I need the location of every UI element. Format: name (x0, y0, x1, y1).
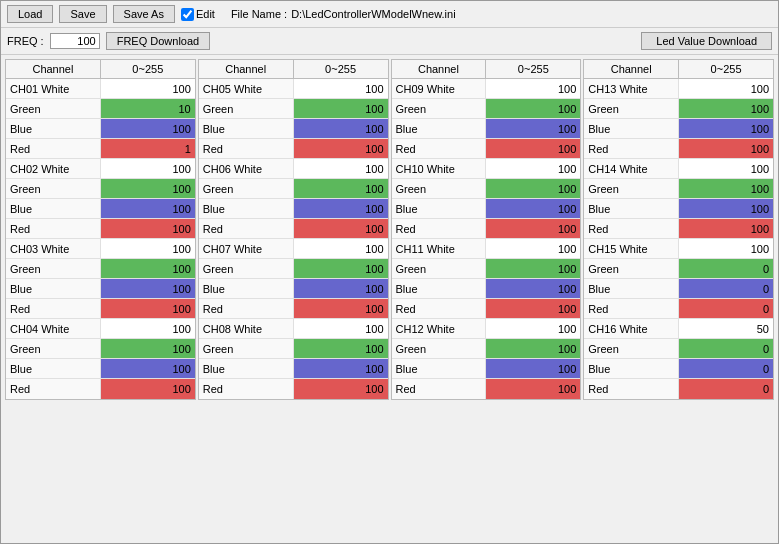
row-value[interactable]: 100 (486, 239, 580, 258)
row-value[interactable]: 100 (486, 379, 580, 399)
row-value[interactable]: 0 (679, 299, 773, 318)
row-value[interactable]: 100 (486, 159, 580, 178)
row-value[interactable]: 100 (486, 319, 580, 338)
row-value[interactable]: 100 (486, 199, 580, 218)
row-value[interactable]: 0 (679, 279, 773, 298)
row-value[interactable]: 100 (101, 279, 195, 298)
table-row: Green100 (6, 339, 195, 359)
edit-checkbox[interactable] (181, 8, 194, 21)
row-value[interactable]: 0 (679, 339, 773, 358)
edit-checkbox-label[interactable]: Edit (181, 8, 215, 21)
row-value[interactable]: 100 (294, 319, 388, 338)
row-value[interactable]: 100 (101, 379, 195, 399)
row-value[interactable]: 100 (294, 239, 388, 258)
row-value[interactable]: 0 (679, 379, 773, 399)
row-value[interactable]: 100 (294, 79, 388, 98)
table-row: Green100 (6, 259, 195, 279)
table-row: Green100 (392, 259, 581, 279)
row-label: Red (392, 219, 487, 238)
row-label: Green (6, 259, 101, 278)
row-value[interactable]: 100 (101, 199, 195, 218)
row-value[interactable]: 100 (486, 259, 580, 278)
row-value[interactable]: 0 (679, 259, 773, 278)
row-value[interactable]: 100 (679, 179, 773, 198)
row-value[interactable]: 100 (101, 119, 195, 138)
row-value[interactable]: 100 (294, 359, 388, 378)
row-label: Blue (392, 279, 487, 298)
row-value[interactable]: 100 (101, 339, 195, 358)
row-value[interactable]: 100 (486, 179, 580, 198)
row-value[interactable]: 100 (294, 379, 388, 399)
row-value[interactable]: 100 (101, 159, 195, 178)
table-row: Blue100 (199, 359, 388, 379)
row-value[interactable]: 100 (486, 359, 580, 378)
freq-input[interactable] (50, 33, 100, 49)
save-as-button[interactable]: Save As (113, 5, 175, 23)
row-value[interactable]: 50 (679, 319, 773, 338)
table-row: Red100 (6, 379, 195, 399)
row-label: Blue (6, 279, 101, 298)
row-label: Green (584, 259, 679, 278)
row-value[interactable]: 100 (679, 239, 773, 258)
table-row: CH08 White100 (199, 319, 388, 339)
row-value[interactable]: 100 (101, 259, 195, 278)
row-value[interactable]: 0 (679, 359, 773, 378)
save-button[interactable]: Save (59, 5, 106, 23)
row-value[interactable]: 100 (486, 119, 580, 138)
row-value[interactable]: 100 (294, 99, 388, 118)
row-value[interactable]: 100 (294, 139, 388, 158)
row-value[interactable]: 100 (486, 99, 580, 118)
table-row: Green0 (584, 339, 773, 359)
row-value[interactable]: 100 (294, 279, 388, 298)
row-value[interactable]: 100 (486, 339, 580, 358)
row-value[interactable]: 100 (294, 299, 388, 318)
table-row: Red100 (6, 219, 195, 239)
row-value[interactable]: 100 (294, 119, 388, 138)
row-value[interactable]: 100 (101, 319, 195, 338)
row-value[interactable]: 100 (294, 179, 388, 198)
row-value[interactable]: 100 (101, 219, 195, 238)
table-row: CH12 White100 (392, 319, 581, 339)
freq-download-button[interactable]: FREQ Download (106, 32, 211, 50)
file-name-label: File Name : (231, 8, 287, 20)
row-value[interactable]: 100 (679, 119, 773, 138)
row-value[interactable]: 100 (679, 139, 773, 158)
load-button[interactable]: Load (7, 5, 53, 23)
channel-group-1: Channel0~255CH01 White100Green10Blue100R… (5, 59, 196, 400)
column-header-range: 0~255 (101, 60, 195, 78)
row-value[interactable]: 100 (294, 159, 388, 178)
row-value[interactable]: 10 (101, 99, 195, 118)
row-value[interactable]: 100 (486, 299, 580, 318)
row-value[interactable]: 100 (679, 159, 773, 178)
row-label: CH06 White (199, 159, 294, 178)
table-row: Green100 (392, 179, 581, 199)
row-value[interactable]: 100 (294, 219, 388, 238)
row-value[interactable]: 100 (294, 339, 388, 358)
row-value[interactable]: 100 (101, 359, 195, 378)
row-value[interactable]: 100 (101, 299, 195, 318)
row-value[interactable]: 1 (101, 139, 195, 158)
row-value[interactable]: 100 (679, 219, 773, 238)
row-label: CH10 White (392, 159, 487, 178)
table-row: Blue100 (584, 199, 773, 219)
row-value[interactable]: 100 (679, 199, 773, 218)
row-value[interactable]: 100 (679, 99, 773, 118)
column-header-channel: Channel (392, 60, 487, 78)
row-value[interactable]: 100 (101, 239, 195, 258)
row-value[interactable]: 100 (294, 199, 388, 218)
led-download-button[interactable]: Led Value Download (641, 32, 772, 50)
row-value[interactable]: 100 (486, 139, 580, 158)
row-value[interactable]: 100 (101, 79, 195, 98)
row-label: Blue (6, 359, 101, 378)
table-row: CH11 White100 (392, 239, 581, 259)
row-label: Blue (584, 279, 679, 298)
row-value[interactable]: 100 (294, 259, 388, 278)
row-value[interactable]: 100 (679, 79, 773, 98)
row-label: Red (584, 139, 679, 158)
row-value[interactable]: 100 (101, 179, 195, 198)
channel-group-4: Channel0~255CH13 White100Green100Blue100… (583, 59, 774, 400)
row-value[interactable]: 100 (486, 79, 580, 98)
row-value[interactable]: 100 (486, 279, 580, 298)
table-row: Red100 (392, 219, 581, 239)
row-value[interactable]: 100 (486, 219, 580, 238)
